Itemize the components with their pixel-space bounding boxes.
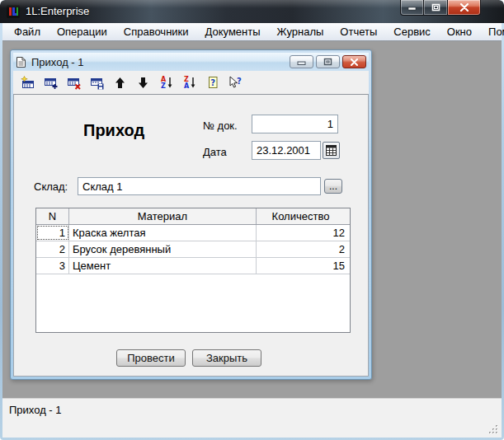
svg-text:?: ?: [237, 77, 242, 86]
menu-file[interactable]: Файл: [6, 24, 49, 40]
minimize-button[interactable]: [400, 0, 424, 16]
doc-restore-icon: [323, 58, 332, 66]
menu-service[interactable]: Сервис: [385, 24, 439, 40]
add-row-button[interactable]: [42, 74, 59, 91]
application-window: 1L:Enterprise Файл Операции Справочники …: [0, 0, 504, 440]
maximize-button[interactable]: [424, 0, 447, 16]
status-text: Приход - 1: [9, 404, 62, 416]
cell-quantity[interactable]: 12: [257, 225, 350, 241]
new-row-button[interactable]: [19, 74, 36, 91]
cell-material[interactable]: Цемент: [69, 258, 257, 274]
svg-text:?: ?: [210, 78, 215, 87]
warehouse-picker-button[interactable]: ...: [324, 179, 342, 194]
menu-references[interactable]: Справочники: [115, 24, 197, 40]
document-titlebar[interactable]: Приход - 1: [13, 53, 369, 71]
move-up-button[interactable]: [111, 74, 129, 91]
app-logo-icon: [7, 5, 20, 18]
delete-row-button[interactable]: [65, 74, 82, 91]
document-window: Приход - 1: [10, 49, 372, 380]
svg-text:A: A: [184, 82, 190, 89]
menu-documents[interactable]: Документы: [197, 24, 269, 40]
document-title: Приход - 1: [31, 56, 84, 68]
sort-ascending-icon: A Z: [160, 76, 173, 89]
doc-number-label: № док.: [203, 119, 238, 132]
doc-close-icon: [350, 59, 359, 66]
menu-reports[interactable]: Отчеты: [332, 24, 385, 40]
window-titlebar[interactable]: 1L:Enterprise: [0, 0, 504, 23]
mdi-area: Приход - 1: [2, 41, 502, 398]
close-form-button[interactable]: Закрыть: [192, 349, 261, 367]
date-input[interactable]: [252, 141, 321, 160]
doc-minimize-icon: [297, 59, 306, 66]
cell-row-number[interactable]: 2: [36, 241, 69, 257]
help-button[interactable]: ?: [204, 74, 221, 91]
save-rows-button[interactable]: [88, 74, 106, 91]
context-help-button[interactable]: ?: [227, 74, 244, 91]
items-table-header: N Материал Количество: [36, 208, 350, 225]
close-button[interactable]: [447, 0, 481, 16]
document-form: Приход № док. Дата Склад: ...: [13, 94, 369, 377]
column-header-quantity[interactable]: Количество: [257, 208, 350, 224]
doc-number-input[interactable]: [252, 115, 338, 133]
document-icon: [16, 56, 26, 68]
minimize-icon: [407, 4, 417, 12]
warehouse-label: Склад:: [34, 180, 68, 193]
cell-row-number[interactable]: 3: [36, 258, 69, 274]
maximize-icon: [431, 3, 440, 12]
new-row-icon: [21, 76, 35, 90]
move-down-button[interactable]: [134, 74, 152, 91]
help-icon: ?: [206, 76, 219, 89]
form-heading: Приход: [83, 121, 144, 140]
calendar-icon: [326, 145, 337, 156]
date-label: Дата: [203, 146, 227, 158]
menu-window[interactable]: Окно: [439, 24, 480, 40]
sort-descending-button[interactable]: Z A: [181, 74, 198, 91]
save-rows-icon: [90, 76, 104, 90]
move-up-icon: [114, 77, 126, 89]
warehouse-input[interactable]: [78, 177, 321, 195]
cell-row-number[interactable]: 1: [36, 225, 69, 241]
delete-row-icon: [67, 76, 81, 90]
sort-descending-icon: Z A: [183, 76, 196, 89]
document-toolbar: A Z Z A: [13, 71, 369, 94]
column-header-material[interactable]: Материал: [69, 208, 257, 224]
cell-quantity[interactable]: 15: [257, 258, 350, 274]
table-row[interactable]: 1 Краска желтая 12: [36, 225, 350, 241]
window-title: 1L:Enterprise: [26, 5, 89, 17]
doc-minimize-button[interactable]: [290, 55, 313, 68]
cell-quantity[interactable]: 2: [257, 241, 350, 257]
doc-close-button[interactable]: [342, 55, 366, 68]
column-header-n[interactable]: N: [36, 208, 69, 224]
menu-bar: Файл Операции Справочники Документы Журн…: [2, 23, 502, 41]
items-table[interactable]: N Материал Количество 1 Краска желтая 12…: [35, 208, 351, 333]
cell-material[interactable]: Краска желтая: [69, 225, 257, 241]
add-row-icon: [44, 76, 58, 90]
menu-help[interactable]: Помощь: [480, 24, 504, 40]
menu-operations[interactable]: Операции: [49, 24, 115, 40]
context-help-icon: ?: [228, 76, 243, 89]
resize-grip[interactable]: [488, 424, 499, 435]
close-icon: [459, 3, 469, 12]
status-bar: Приход - 1: [2, 398, 502, 438]
cell-material[interactable]: Брусок деревянный: [69, 241, 257, 257]
doc-restore-button[interactable]: [316, 55, 340, 68]
sort-ascending-button[interactable]: A Z: [158, 74, 175, 91]
menu-journals[interactable]: Журналы: [269, 24, 332, 40]
svg-text:Z: Z: [161, 82, 166, 89]
calendar-picker-button[interactable]: [323, 142, 340, 159]
table-row[interactable]: 2 Брусок деревянный 2: [36, 241, 350, 258]
table-row[interactable]: 3 Цемент 15: [36, 258, 350, 274]
post-button[interactable]: Провести: [116, 349, 186, 367]
move-down-icon: [137, 77, 149, 89]
